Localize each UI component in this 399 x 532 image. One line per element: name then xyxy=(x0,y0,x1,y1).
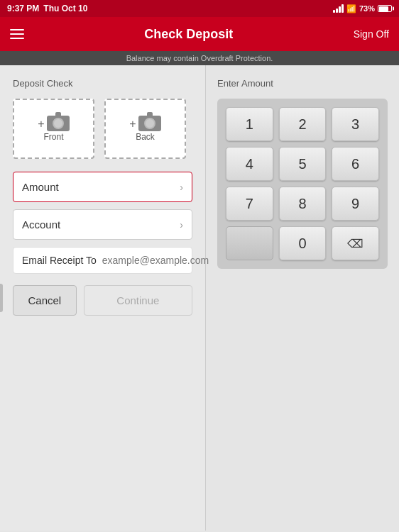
right-panel: Enter Amount 1234567890⌫ xyxy=(206,65,399,531)
numpad-key-9[interactable]: 9 xyxy=(332,187,379,221)
notice-banner: Balance may contain Overdraft Protection… xyxy=(0,51,399,65)
numpad-key-3[interactable]: 3 xyxy=(332,107,379,141)
camera-icon-front xyxy=(47,116,70,131)
front-upload-box[interactable]: + Front xyxy=(13,99,94,159)
continue-button: Continue xyxy=(84,285,192,316)
amount-field[interactable]: Amount › xyxy=(13,172,192,202)
camera-icon-back xyxy=(138,116,161,131)
numpad-key-0[interactable]: 0 xyxy=(279,226,327,260)
back-upload-box[interactable]: + Back xyxy=(104,99,186,159)
numpad-grid: 1234567890⌫ xyxy=(226,107,379,260)
numpad-key-2[interactable]: 2 xyxy=(279,107,327,141)
plus-icon-back: + xyxy=(129,118,136,131)
account-field[interactable]: Account › xyxy=(13,209,192,240)
status-right: 📶 73% xyxy=(333,4,392,13)
account-label: Account xyxy=(22,218,60,231)
numpad-backspace[interactable]: ⌫ xyxy=(332,226,379,260)
numpad-key-5[interactable]: 5 xyxy=(279,147,327,181)
cancel-button[interactable]: Cancel xyxy=(13,285,77,316)
account-chevron-icon: › xyxy=(180,219,183,231)
amount-chevron-icon: › xyxy=(180,182,183,193)
status-left: 9:37 PM Thu Oct 10 xyxy=(7,4,87,13)
numpad-key-7[interactable]: 7 xyxy=(226,187,273,221)
back-label: Back xyxy=(136,132,155,142)
plus-icon: + xyxy=(38,118,44,131)
back-camera-trigger: + xyxy=(129,116,160,132)
battery-icon xyxy=(378,5,392,12)
menu-button[interactable] xyxy=(10,29,24,39)
date-display: Thu Oct 10 xyxy=(43,4,87,13)
front-camera-trigger: + xyxy=(38,116,69,132)
amount-label: Amount xyxy=(22,181,59,193)
battery-percentage: 73% xyxy=(359,4,375,13)
numpad-key-8[interactable]: 8 xyxy=(279,187,327,221)
deposit-section-title: Deposit Check xyxy=(13,78,192,89)
drag-handle[interactable] xyxy=(0,284,3,312)
email-field-row: Email Receipt To xyxy=(13,247,192,274)
email-input[interactable] xyxy=(102,255,226,266)
numpad-key-6[interactable]: 6 xyxy=(332,147,379,181)
time-display: 9:37 PM xyxy=(7,4,39,13)
numpad-empty xyxy=(226,226,273,260)
email-label: Email Receipt To xyxy=(22,255,97,266)
header: Check Deposit Sign Off xyxy=(0,17,399,51)
front-label: Front xyxy=(43,132,63,142)
page-title: Check Deposit xyxy=(24,27,354,42)
main-layout: Deposit Check + Front + xyxy=(0,65,399,531)
numpad-key-1[interactable]: 1 xyxy=(226,107,273,141)
numpad-key-4[interactable]: 4 xyxy=(226,147,273,181)
numpad: 1234567890⌫ xyxy=(217,99,388,269)
action-buttons: Cancel Continue xyxy=(13,285,192,316)
signal-icon xyxy=(333,4,344,13)
sign-off-button[interactable]: Sign Off xyxy=(354,28,389,40)
wifi-icon: 📶 xyxy=(346,4,356,13)
check-upload-area: + Front + xyxy=(13,99,192,159)
status-bar: 9:37 PM Thu Oct 10 📶 73% xyxy=(0,0,399,17)
left-panel: Deposit Check + Front + xyxy=(0,65,206,531)
enter-amount-title: Enter Amount xyxy=(217,78,388,89)
